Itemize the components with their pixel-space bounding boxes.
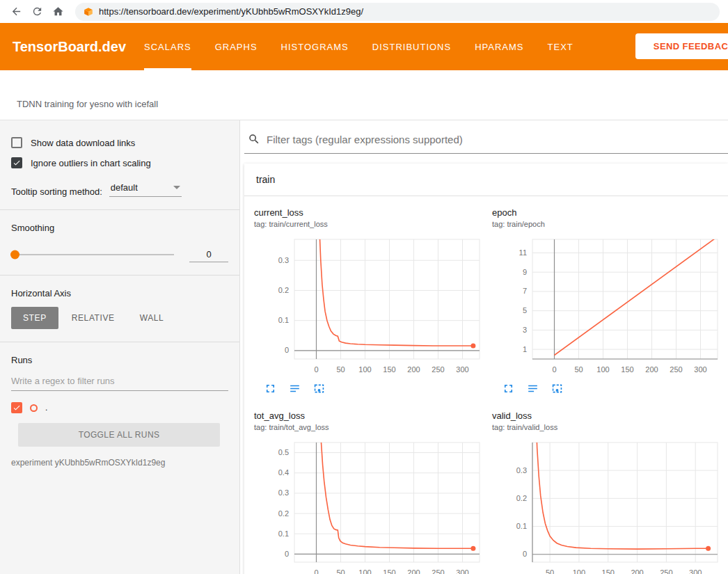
horizontal-axis-toggle: STEP RELATIVE WALL [11, 307, 228, 329]
chart-card: tot_avg_losstag: train/tot_avg_loss05010… [254, 410, 487, 574]
tab-hparams[interactable]: HPARAMS [475, 23, 523, 70]
svg-text:300: 300 [694, 365, 706, 374]
svg-text:200: 200 [407, 365, 420, 374]
smoothing-slider[interactable] [13, 254, 174, 255]
tab-distributions[interactable]: DISTRIBUTIONS [372, 23, 451, 70]
svg-text:300: 300 [456, 365, 468, 374]
chart-tag: tag: train/tot_avg_loss [254, 423, 487, 431]
chart-title: epoch [492, 207, 725, 218]
chart-card: valid_losstag: train/valid_loss501001502… [492, 410, 725, 574]
svg-text:0: 0 [285, 550, 289, 558]
svg-text:0.5: 0.5 [278, 448, 289, 456]
svg-text:250: 250 [660, 568, 672, 574]
svg-text:100: 100 [358, 568, 371, 574]
runs-filter-input[interactable] [11, 371, 228, 391]
run-color-swatch [30, 404, 38, 412]
tab-scalars[interactable]: SCALARS [144, 23, 191, 70]
axis-step-button[interactable]: STEP [11, 307, 58, 329]
smoothing-value-input[interactable] [189, 247, 228, 262]
fit-domain-icon[interactable] [312, 382, 326, 395]
chart-grid: current_losstag: train/current_loss05010… [244, 196, 728, 574]
ignore-outliers-label: Ignore outliers in chart scaling [31, 158, 151, 168]
svg-text:0.3: 0.3 [278, 256, 289, 264]
tab-text[interactable]: TEXT [548, 23, 573, 70]
svg-text:3: 3 [523, 326, 527, 334]
app-title: TensorBoard.dev [0, 23, 144, 70]
svg-text:0: 0 [523, 550, 527, 558]
tag-filter-row [244, 131, 728, 154]
experiment-id-label: experiment yKUbhb5wRmOSXYkId1z9eg [11, 458, 228, 468]
svg-text:50: 50 [336, 568, 345, 574]
fit-domain-icon[interactable] [551, 382, 564, 395]
svg-text:200: 200 [631, 568, 643, 574]
run-checkbox[interactable] [11, 402, 22, 413]
tab-graphs[interactable]: GRAPHS [215, 23, 258, 70]
back-icon[interactable] [7, 3, 25, 21]
smoothing-label: Smoothing [11, 223, 228, 233]
chart-tag: tag: train/valid_loss [492, 423, 725, 431]
toggle-all-runs-button[interactable]: TOGGLE ALL RUNS [18, 423, 220, 447]
scalar-chart[interactable]: 05010015020025030000.10.20.3 [254, 234, 485, 377]
experiment-title: TDNN training for yesno with icefall [17, 99, 158, 109]
app-header: TensorBoard.dev SCALARS GRAPHS HISTOGRAM… [0, 23, 728, 70]
chevron-down-icon [173, 186, 180, 189]
svg-text:7: 7 [523, 287, 527, 295]
scalars-dashboard: train current_losstag: train/current_los… [240, 120, 728, 574]
svg-text:5: 5 [523, 306, 527, 314]
browser-chrome: https://tensorboard.dev/experiment/yKUbh… [0, 0, 728, 23]
scalar-chart[interactable]: 05010015020025030000.10.20.30.40.5 [254, 437, 485, 574]
svg-text:9: 9 [523, 268, 527, 276]
ignore-outliers-checkbox[interactable] [11, 157, 22, 168]
svg-text:0.1: 0.1 [516, 522, 527, 530]
scalar-chart[interactable]: 5010015020025030000.10.20.3 [492, 437, 723, 574]
svg-text:1: 1 [523, 345, 527, 353]
view-data-icon[interactable] [526, 382, 539, 395]
fullscreen-icon[interactable] [264, 382, 277, 395]
svg-text:50: 50 [574, 365, 583, 374]
horizontal-axis-label: Horizontal Axis [11, 288, 228, 298]
svg-text:250: 250 [432, 568, 444, 574]
svg-text:50: 50 [336, 365, 345, 374]
reload-icon[interactable] [28, 3, 46, 21]
svg-text:0: 0 [552, 365, 556, 374]
svg-text:0.2: 0.2 [278, 286, 289, 294]
svg-text:100: 100 [358, 365, 371, 374]
svg-text:100: 100 [596, 365, 609, 374]
svg-text:300: 300 [456, 568, 468, 574]
chart-card: epochtag: train/epoch0501001502002503001… [492, 207, 725, 395]
svg-text:0.1: 0.1 [278, 529, 289, 538]
tab-histograms[interactable]: HISTOGRAMS [281, 23, 349, 70]
chart-tag: tag: train/epoch [492, 220, 725, 228]
divider [0, 275, 239, 276]
tag-group-card: train current_losstag: train/current_los… [244, 164, 728, 574]
chart-card: current_losstag: train/current_loss05010… [254, 207, 487, 395]
fullscreen-icon[interactable] [502, 382, 515, 395]
svg-text:300: 300 [689, 568, 702, 574]
chart-actions [502, 382, 725, 395]
send-feedback-button[interactable]: SEND FEEDBACK [635, 33, 728, 59]
svg-text:150: 150 [602, 568, 615, 574]
home-icon[interactable] [49, 3, 67, 21]
chart-tag: tag: train/current_loss [254, 220, 487, 228]
tooltip-sorting-value: default [111, 182, 138, 193]
tag-filter-input[interactable] [267, 134, 728, 145]
smoothing-slider-thumb[interactable] [10, 250, 19, 260]
axis-wall-button[interactable]: WALL [128, 307, 176, 329]
svg-text:0: 0 [314, 568, 318, 574]
svg-text:250: 250 [670, 365, 682, 374]
svg-text:50: 50 [546, 568, 554, 574]
svg-text:150: 150 [383, 568, 395, 574]
chart-title: tot_avg_loss [254, 410, 487, 421]
divider [0, 342, 239, 342]
chart-title: valid_loss [492, 410, 725, 421]
axis-relative-button[interactable]: RELATIVE [60, 307, 127, 329]
tensorboard-favicon-icon [84, 7, 93, 17]
url-bar[interactable]: https://tensorboard.dev/experiment/yKUbh… [75, 3, 720, 21]
scalar-chart[interactable]: 0501001502002503001357911 [492, 234, 723, 377]
show-download-checkbox[interactable] [11, 137, 22, 148]
svg-text:0: 0 [314, 365, 318, 374]
tooltip-sorting-dropdown[interactable]: default [109, 182, 182, 197]
svg-text:11: 11 [519, 248, 527, 257]
tag-group-header[interactable]: train [244, 164, 728, 196]
view-data-icon[interactable] [288, 382, 301, 395]
